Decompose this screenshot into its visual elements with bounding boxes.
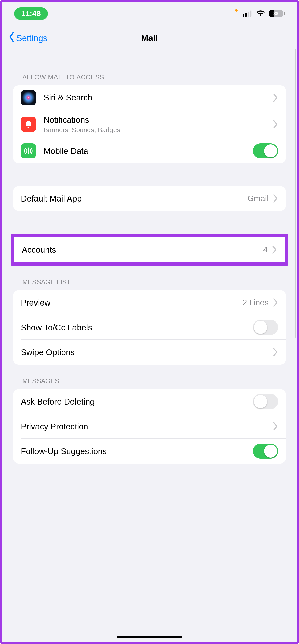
row-siri-search[interactable]: Siri & Search bbox=[13, 85, 286, 110]
row-label: Follow-Up Suggestions bbox=[21, 446, 253, 456]
toggle-show-tocc[interactable] bbox=[253, 320, 278, 335]
wifi-icon bbox=[256, 10, 266, 17]
toggle-ask-before-deleting[interactable] bbox=[253, 394, 278, 409]
row-label: Swipe Options bbox=[21, 347, 273, 357]
chevron-right-icon bbox=[273, 348, 278, 357]
group-message-list: Preview 2 Lines Show To/Cc Labels Swipe … bbox=[13, 290, 286, 365]
group-allow-access: Siri & Search Notifications Banners, Sou… bbox=[13, 85, 286, 163]
svg-rect-3 bbox=[250, 11, 252, 17]
row-label: Privacy Protection bbox=[21, 421, 273, 432]
toggle-followup[interactable] bbox=[253, 444, 278, 459]
chevron-right-icon bbox=[273, 194, 278, 203]
nav-header: Settings Mail bbox=[2, 25, 297, 51]
svg-rect-2 bbox=[248, 12, 249, 17]
chevron-right-icon bbox=[273, 93, 278, 102]
svg-rect-1 bbox=[245, 13, 247, 17]
row-label: Notifications bbox=[44, 115, 273, 125]
cellular-signal-icon bbox=[243, 10, 252, 17]
group-messages: Ask Before Deleting Privacy Protection F… bbox=[13, 389, 286, 464]
toggle-mobile-data[interactable] bbox=[253, 143, 278, 158]
row-label: Siri & Search bbox=[44, 92, 273, 103]
row-mobile-data[interactable]: Mobile Data bbox=[13, 138, 286, 163]
row-privacy-protection[interactable]: Privacy Protection bbox=[13, 414, 286, 439]
chevron-right-icon bbox=[273, 298, 278, 307]
back-button[interactable]: Settings bbox=[8, 32, 47, 44]
row-value: 2 Lines bbox=[242, 298, 269, 307]
row-sublabel: Banners, Sounds, Badges bbox=[44, 126, 273, 134]
notifications-icon bbox=[21, 117, 36, 132]
siri-icon bbox=[21, 90, 36, 105]
row-ask-before-deleting[interactable]: Ask Before Deleting bbox=[13, 389, 286, 414]
row-default-mail-app[interactable]: Default Mail App Gmail bbox=[13, 186, 286, 211]
group-default-mail: Default Mail App Gmail bbox=[13, 186, 286, 211]
privacy-indicator-dot bbox=[235, 9, 238, 12]
group-accounts: Accounts 4 bbox=[14, 237, 285, 262]
section-header-messages: MESSAGES bbox=[13, 365, 286, 389]
svg-rect-0 bbox=[243, 14, 244, 17]
row-followup-suggestions[interactable]: Follow-Up Suggestions bbox=[13, 439, 286, 464]
row-show-tocc[interactable]: Show To/Cc Labels bbox=[13, 315, 286, 340]
status-time-pill[interactable]: 11:48 bbox=[14, 7, 48, 20]
battery-icon: 38 bbox=[269, 10, 285, 17]
row-label: Show To/Cc Labels bbox=[21, 322, 253, 333]
row-label: Mobile Data bbox=[44, 146, 253, 156]
chevron-right-icon bbox=[273, 120, 278, 129]
highlight-accounts: Accounts 4 bbox=[11, 234, 288, 266]
chevron-left-icon bbox=[8, 32, 15, 44]
row-label: Ask Before Deleting bbox=[21, 396, 253, 407]
chevron-right-icon bbox=[272, 245, 277, 254]
row-swipe-options[interactable]: Swipe Options bbox=[13, 340, 286, 365]
row-label: Preview bbox=[21, 297, 242, 308]
row-accounts[interactable]: Accounts 4 bbox=[14, 237, 285, 262]
home-indicator[interactable] bbox=[117, 636, 182, 638]
row-value: 4 bbox=[263, 245, 268, 254]
row-label: Default Mail App bbox=[21, 193, 247, 204]
section-header-allow-access: ALLOW MAIL TO ACCESS bbox=[13, 51, 286, 85]
section-header-message-list: MESSAGE LIST bbox=[13, 266, 286, 290]
row-notifications[interactable]: Notifications Banners, Sounds, Badges bbox=[13, 110, 286, 138]
row-value: Gmail bbox=[247, 194, 269, 203]
back-label: Settings bbox=[16, 33, 47, 43]
row-label: Accounts bbox=[22, 245, 263, 255]
mobile-data-icon bbox=[21, 143, 36, 158]
row-preview[interactable]: Preview 2 Lines bbox=[13, 290, 286, 315]
status-bar: 11:48 38 bbox=[2, 2, 297, 25]
chevron-right-icon bbox=[273, 422, 278, 431]
